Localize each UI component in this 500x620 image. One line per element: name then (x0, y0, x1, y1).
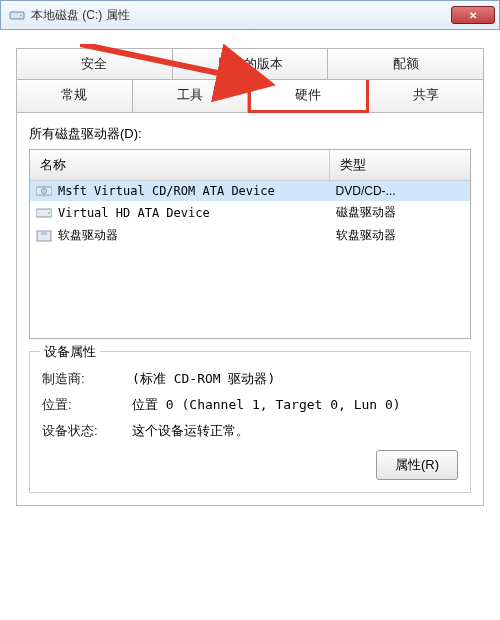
drives-label: 所有磁盘驱动器(D): (29, 125, 471, 143)
title-bar: 本地磁盘 (C:) 属性 ✕ (0, 0, 500, 30)
svg-point-1 (20, 15, 22, 17)
tab-previous-versions[interactable]: 以前的版本 (173, 48, 329, 80)
prop-location: 位置: 位置 0 (Channel 1, Target 0, Lun 0) (42, 396, 458, 414)
list-item[interactable]: Msft Virtual CD/ROM ATA Device DVD/CD-..… (30, 181, 470, 201)
tab-quota[interactable]: 配额 (328, 48, 484, 80)
prop-status: 设备状态: 这个设备运转正常。 (42, 422, 458, 440)
tab-security[interactable]: 安全 (16, 48, 173, 80)
svg-point-4 (42, 189, 47, 194)
tab-hardware[interactable]: 硬件 (248, 80, 369, 113)
item-name: Msft Virtual CD/ROM ATA Device (58, 184, 275, 198)
prop-label: 制造商: (42, 370, 132, 388)
list-header: 名称 类型 (30, 150, 470, 181)
prop-value: 位置 0 (Channel 1, Target 0, Lun 0) (132, 396, 458, 414)
item-name: 软盘驱动器 (58, 227, 118, 244)
properties-button[interactable]: 属性(R) (376, 450, 458, 480)
prop-value: (标准 CD-ROM 驱动器) (132, 370, 458, 388)
svg-point-6 (48, 212, 50, 214)
hardware-panel: 所有磁盘驱动器(D): 名称 类型 Msft Virtual CD/ROM AT… (16, 113, 484, 506)
prop-label: 位置: (42, 396, 132, 414)
close-button[interactable]: ✕ (451, 6, 495, 24)
watermark-text: 系统之家 (438, 595, 494, 613)
prop-value: 这个设备运转正常。 (132, 422, 458, 440)
device-properties-group: 设备属性 制造商: (标准 CD-ROM 驱动器) 位置: 位置 0 (Chan… (29, 351, 471, 493)
floppy-icon (36, 230, 52, 242)
drives-list[interactable]: 名称 类型 Msft Virtual CD/ROM ATA Device DVD… (29, 149, 471, 339)
item-type: 软盘驱动器 (336, 227, 464, 244)
close-icon: ✕ (469, 10, 477, 21)
watermark: 系统之家 (414, 594, 494, 614)
group-title: 设备属性 (40, 343, 100, 361)
svg-rect-8 (41, 231, 47, 235)
window-title: 本地磁盘 (C:) 属性 (31, 7, 451, 24)
drive-icon (9, 7, 25, 23)
item-type: DVD/CD-... (336, 184, 464, 198)
cdrom-icon (36, 185, 52, 197)
watermark-icon (414, 594, 434, 614)
item-name: Virtual HD ATA Device (58, 206, 210, 220)
tab-sharing[interactable]: 共享 (369, 80, 485, 113)
prop-manufacturer: 制造商: (标准 CD-ROM 驱动器) (42, 370, 458, 388)
disk-icon (36, 207, 52, 219)
tab-general[interactable]: 常规 (16, 80, 133, 113)
col-name[interactable]: 名称 (30, 150, 330, 180)
tab-tools[interactable]: 工具 (133, 80, 249, 113)
prop-label: 设备状态: (42, 422, 132, 440)
list-item[interactable]: Virtual HD ATA Device 磁盘驱动器 (30, 201, 470, 224)
col-type[interactable]: 类型 (330, 150, 470, 180)
item-type: 磁盘驱动器 (336, 204, 464, 221)
list-item[interactable]: 软盘驱动器 软盘驱动器 (30, 224, 470, 247)
tab-strip: 安全 以前的版本 配额 常规 工具 硬件 共享 (16, 48, 484, 113)
